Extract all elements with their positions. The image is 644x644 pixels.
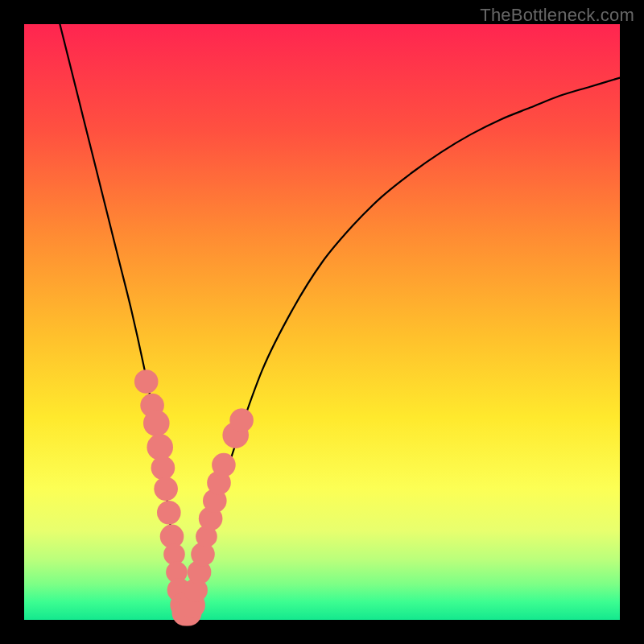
- chart-svg: [24, 24, 620, 620]
- curve-marker: [134, 369, 159, 394]
- curve-markers: [134, 369, 254, 625]
- curve-marker: [143, 411, 170, 437]
- curve-marker: [154, 477, 178, 501]
- chart-plot-area: [24, 24, 620, 620]
- curve-marker: [212, 453, 236, 477]
- curve-marker: [229, 408, 254, 432]
- chart-frame: TheBottleneck.com: [0, 0, 644, 644]
- watermark-text: TheBottleneck.com: [480, 5, 634, 26]
- bottleneck-curve: [60, 24, 620, 620]
- curve-marker: [157, 501, 181, 525]
- curve-marker: [147, 434, 173, 460]
- curve-marker: [151, 456, 175, 481]
